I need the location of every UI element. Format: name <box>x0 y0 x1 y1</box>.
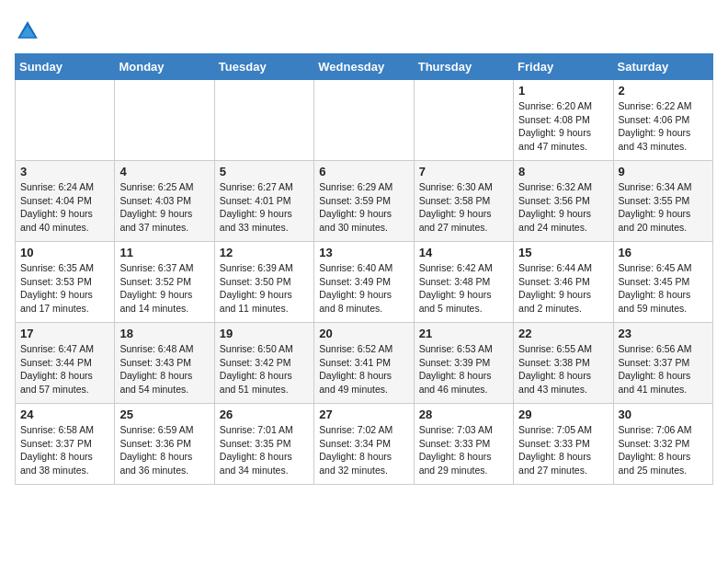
calendar-cell: 18Sunrise: 6:48 AM Sunset: 3:43 PM Dayli… <box>115 323 214 404</box>
day-number: 30 <box>619 408 708 421</box>
day-number: 29 <box>518 408 608 421</box>
calendar-cell: 21Sunrise: 6:53 AM Sunset: 3:39 PM Dayli… <box>414 323 513 404</box>
day-info: Sunrise: 6:37 AM Sunset: 3:52 PM Dayligh… <box>119 261 209 316</box>
day-info: Sunrise: 6:52 AM Sunset: 3:41 PM Dayligh… <box>319 342 408 396</box>
calendar-cell: 23Sunrise: 6:56 AM Sunset: 3:37 PM Dayli… <box>613 323 712 404</box>
calendar-cell <box>314 80 414 161</box>
day-number: 28 <box>419 408 508 421</box>
calendar-cell: 13Sunrise: 6:40 AM Sunset: 3:49 PM Dayli… <box>314 242 414 323</box>
calendar-cell: 9Sunrise: 6:34 AM Sunset: 3:55 PM Daylig… <box>613 161 712 242</box>
day-number: 27 <box>319 408 408 421</box>
calendar-cell: 5Sunrise: 6:27 AM Sunset: 4:01 PM Daylig… <box>214 161 313 242</box>
day-info: Sunrise: 6:53 AM Sunset: 3:39 PM Dayligh… <box>419 342 508 396</box>
day-info: Sunrise: 6:20 AM Sunset: 4:08 PM Dayligh… <box>518 99 608 154</box>
day-number: 25 <box>119 408 209 421</box>
calendar-cell: 6Sunrise: 6:29 AM Sunset: 3:59 PM Daylig… <box>314 161 414 242</box>
day-info: Sunrise: 7:03 AM Sunset: 3:33 PM Dayligh… <box>419 423 508 477</box>
day-info: Sunrise: 6:39 AM Sunset: 3:50 PM Dayligh… <box>220 261 309 316</box>
day-number: 22 <box>518 327 608 340</box>
day-info: Sunrise: 6:55 AM Sunset: 3:38 PM Dayligh… <box>518 342 608 396</box>
calendar-cell: 25Sunrise: 6:59 AM Sunset: 3:36 PM Dayli… <box>115 404 214 485</box>
day-number: 16 <box>619 246 708 259</box>
calendar-cell: 8Sunrise: 6:32 AM Sunset: 3:56 PM Daylig… <box>514 161 613 242</box>
day-info: Sunrise: 6:22 AM Sunset: 4:06 PM Dayligh… <box>619 99 708 154</box>
day-info: Sunrise: 6:58 AM Sunset: 3:37 PM Dayligh… <box>20 423 109 477</box>
day-number: 6 <box>319 165 408 178</box>
day-info: Sunrise: 6:24 AM Sunset: 4:04 PM Dayligh… <box>20 180 109 235</box>
day-info: Sunrise: 6:29 AM Sunset: 3:59 PM Dayligh… <box>319 180 408 235</box>
calendar-cell: 24Sunrise: 6:58 AM Sunset: 3:37 PM Dayli… <box>16 404 115 485</box>
day-number: 2 <box>619 84 708 98</box>
generalblue-logo-icon <box>15 18 40 44</box>
calendar-cell <box>214 80 313 161</box>
day-info: Sunrise: 6:42 AM Sunset: 3:48 PM Dayligh… <box>419 261 508 316</box>
day-info: Sunrise: 7:05 AM Sunset: 3:33 PM Dayligh… <box>518 423 608 477</box>
header-day-monday: Monday <box>115 54 214 80</box>
day-info: Sunrise: 6:44 AM Sunset: 3:46 PM Dayligh… <box>518 261 608 316</box>
header-day-friday: Friday <box>514 54 613 80</box>
day-number: 3 <box>20 165 109 178</box>
day-info: Sunrise: 6:34 AM Sunset: 3:55 PM Dayligh… <box>619 180 708 235</box>
calendar-week-row: 3Sunrise: 6:24 AM Sunset: 4:04 PM Daylig… <box>16 161 713 242</box>
calendar-cell <box>16 80 115 161</box>
calendar-cell: 12Sunrise: 6:39 AM Sunset: 3:50 PM Dayli… <box>214 242 313 323</box>
calendar-week-row: 1Sunrise: 6:20 AM Sunset: 4:08 PM Daylig… <box>16 80 713 161</box>
day-number: 26 <box>220 408 309 421</box>
day-number: 1 <box>518 84 608 98</box>
day-info: Sunrise: 7:06 AM Sunset: 3:32 PM Dayligh… <box>619 423 708 477</box>
day-number: 17 <box>20 327 109 340</box>
calendar-cell: 30Sunrise: 7:06 AM Sunset: 3:32 PM Dayli… <box>613 404 712 485</box>
day-info: Sunrise: 6:25 AM Sunset: 4:03 PM Dayligh… <box>119 180 209 235</box>
day-number: 4 <box>119 165 209 178</box>
calendar-cell: 20Sunrise: 6:52 AM Sunset: 3:41 PM Dayli… <box>314 323 414 404</box>
calendar-cell: 15Sunrise: 6:44 AM Sunset: 3:46 PM Dayli… <box>514 242 613 323</box>
day-number: 5 <box>220 165 309 178</box>
calendar-cell: 2Sunrise: 6:22 AM Sunset: 4:06 PM Daylig… <box>613 80 712 161</box>
calendar-cell: 16Sunrise: 6:45 AM Sunset: 3:45 PM Dayli… <box>613 242 712 323</box>
calendar-cell: 3Sunrise: 6:24 AM Sunset: 4:04 PM Daylig… <box>16 161 115 242</box>
day-number: 23 <box>619 327 708 340</box>
day-number: 21 <box>419 327 508 340</box>
day-info: Sunrise: 6:40 AM Sunset: 3:49 PM Dayligh… <box>319 261 408 316</box>
calendar-cell: 19Sunrise: 6:50 AM Sunset: 3:42 PM Dayli… <box>214 323 313 404</box>
day-number: 7 <box>419 165 508 178</box>
calendar-cell: 14Sunrise: 6:42 AM Sunset: 3:48 PM Dayli… <box>414 242 513 323</box>
calendar-cell: 7Sunrise: 6:30 AM Sunset: 3:58 PM Daylig… <box>414 161 513 242</box>
day-number: 14 <box>419 246 508 259</box>
calendar-cell: 27Sunrise: 7:02 AM Sunset: 3:34 PM Dayli… <box>314 404 414 485</box>
day-info: Sunrise: 6:27 AM Sunset: 4:01 PM Dayligh… <box>220 180 309 235</box>
calendar-table: SundayMondayTuesdayWednesdayThursdayFrid… <box>15 53 713 485</box>
day-number: 8 <box>518 165 608 178</box>
day-info: Sunrise: 7:01 AM Sunset: 3:35 PM Dayligh… <box>220 423 309 477</box>
logo <box>15 18 44 44</box>
calendar-cell: 29Sunrise: 7:05 AM Sunset: 3:33 PM Dayli… <box>514 404 613 485</box>
day-number: 19 <box>220 327 309 340</box>
day-info: Sunrise: 7:02 AM Sunset: 3:34 PM Dayligh… <box>319 423 408 477</box>
calendar-cell: 17Sunrise: 6:47 AM Sunset: 3:44 PM Dayli… <box>16 323 115 404</box>
calendar-cell: 26Sunrise: 7:01 AM Sunset: 3:35 PM Dayli… <box>214 404 313 485</box>
day-number: 15 <box>518 246 608 259</box>
day-number: 18 <box>119 327 209 340</box>
day-number: 10 <box>20 246 109 259</box>
calendar-header-row: SundayMondayTuesdayWednesdayThursdayFrid… <box>16 54 713 80</box>
calendar-week-row: 24Sunrise: 6:58 AM Sunset: 3:37 PM Dayli… <box>16 404 713 485</box>
day-number: 20 <box>319 327 408 340</box>
header-day-sunday: Sunday <box>16 54 115 80</box>
header-day-wednesday: Wednesday <box>314 54 414 80</box>
day-info: Sunrise: 6:50 AM Sunset: 3:42 PM Dayligh… <box>220 342 309 396</box>
calendar-cell: 10Sunrise: 6:35 AM Sunset: 3:53 PM Dayli… <box>16 242 115 323</box>
calendar-week-row: 10Sunrise: 6:35 AM Sunset: 3:53 PM Dayli… <box>16 242 713 323</box>
day-info: Sunrise: 6:45 AM Sunset: 3:45 PM Dayligh… <box>619 261 708 316</box>
header <box>15 15 713 44</box>
calendar-week-row: 17Sunrise: 6:47 AM Sunset: 3:44 PM Dayli… <box>16 323 713 404</box>
day-number: 24 <box>20 408 109 421</box>
day-info: Sunrise: 6:47 AM Sunset: 3:44 PM Dayligh… <box>20 342 109 396</box>
calendar-cell: 28Sunrise: 7:03 AM Sunset: 3:33 PM Dayli… <box>414 404 513 485</box>
day-info: Sunrise: 6:56 AM Sunset: 3:37 PM Dayligh… <box>619 342 708 396</box>
day-number: 13 <box>319 246 408 259</box>
day-number: 11 <box>119 246 209 259</box>
day-info: Sunrise: 6:48 AM Sunset: 3:43 PM Dayligh… <box>119 342 209 396</box>
header-day-tuesday: Tuesday <box>214 54 313 80</box>
calendar-cell: 4Sunrise: 6:25 AM Sunset: 4:03 PM Daylig… <box>115 161 214 242</box>
calendar-cell <box>115 80 214 161</box>
